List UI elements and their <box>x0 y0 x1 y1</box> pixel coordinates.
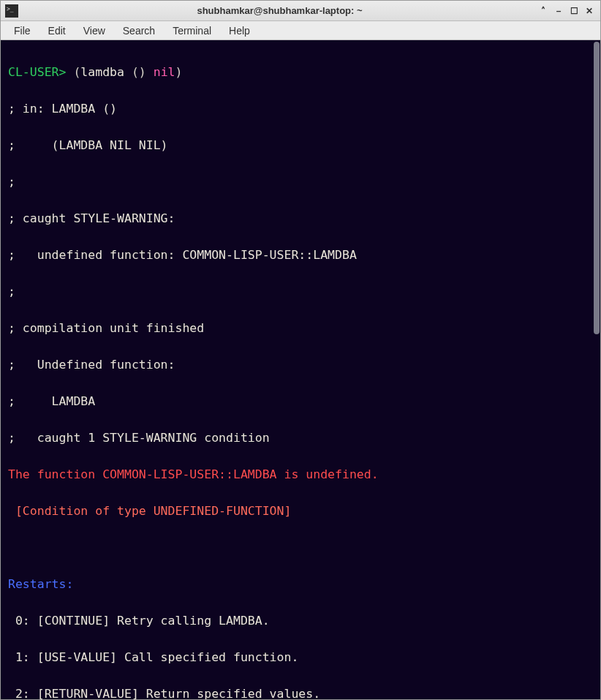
input-close: ) <box>175 65 183 79</box>
compile-note: ; in: LAMDBA () <box>8 99 593 118</box>
error-condition: [Condition of type UNDEFINED-FUNCTION] <box>8 502 593 520</box>
window-controls: ˄ – ☐ ✕ <box>537 4 596 18</box>
restarts-header: Restarts: <box>8 575 593 593</box>
restart-option: 1: [USE-VALUE] Call specified function. <box>8 648 593 666</box>
terminal-output[interactable]: CL-USER> (lamdba () nil) ; in: LAMDBA ()… <box>1 40 600 699</box>
menubar: File Edit View Search Terminal Help <box>1 21 600 40</box>
restart-option: 2: [RETURN-VALUE] Return specified value… <box>8 685 593 699</box>
window-up-button[interactable]: ˄ <box>537 4 550 18</box>
menu-view[interactable]: View <box>76 23 113 38</box>
terminal-window: >_ shubhamkar@shubhamkar-laptop: ~ ˄ – ☐… <box>0 0 601 700</box>
compile-note: ; <box>8 282 593 301</box>
input-args: () <box>124 65 146 79</box>
menu-help[interactable]: Help <box>222 23 257 38</box>
compile-note: ; (LAMDBA NIL NIL) <box>8 136 593 154</box>
menu-file[interactable]: File <box>7 23 38 38</box>
menu-search[interactable]: Search <box>116 23 162 38</box>
error-message: The function COMMON-LISP-USER::LAMDBA is… <box>8 465 593 483</box>
repl-prompt: CL-USER> <box>8 65 66 79</box>
input-fn: lamdba <box>80 65 124 79</box>
compile-note: ; <box>8 173 593 191</box>
compile-note: ; LAMDBA <box>8 392 593 410</box>
compile-note: ; undefined function: COMMON-LISP-USER::… <box>8 246 593 264</box>
compile-note: ; Undefined function: <box>8 355 593 374</box>
window-close-button[interactable]: ✕ <box>583 4 596 18</box>
window-title: shubhamkar@shubhamkar-laptop: ~ <box>23 5 537 16</box>
menu-terminal[interactable]: Terminal <box>165 23 219 38</box>
input-open: ( <box>66 65 80 79</box>
terminal-app-icon: >_ <box>5 4 18 18</box>
titlebar: >_ shubhamkar@shubhamkar-laptop: ~ ˄ – ☐… <box>1 1 600 21</box>
input-nil: nil <box>146 65 175 79</box>
window-maximize-button[interactable]: ☐ <box>567 4 581 18</box>
compile-note: ; caught 1 STYLE-WARNING condition <box>8 429 593 447</box>
compile-note: ; caught STYLE-WARNING: <box>8 209 593 227</box>
restart-option: 0: [CONTINUE] Retry calling LAMDBA. <box>8 611 593 630</box>
compile-note: ; compilation unit finished <box>8 319 593 337</box>
window-minimize-button[interactable]: – <box>552 4 565 18</box>
scrollbar-thumb[interactable] <box>594 42 600 334</box>
menu-edit[interactable]: Edit <box>41 23 73 38</box>
